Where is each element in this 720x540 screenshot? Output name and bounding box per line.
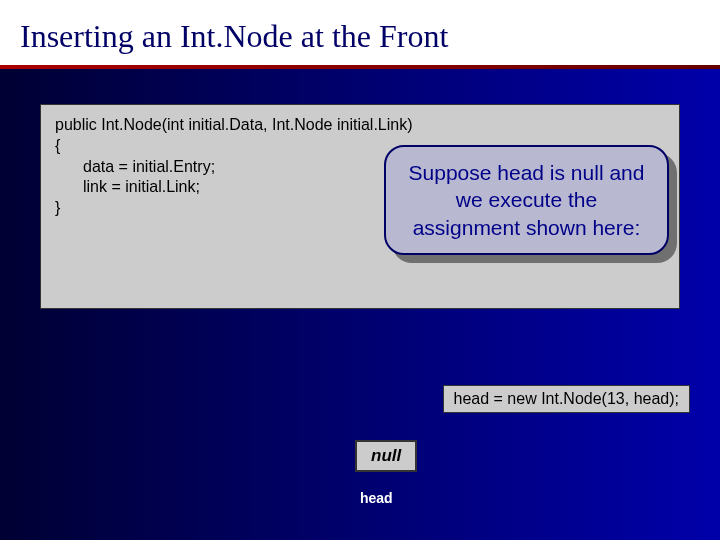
null-box: null [355, 440, 417, 472]
title-area: Inserting an Int.Node at the Front [0, 0, 720, 65]
code-line-1: public Int.Node(int initial.Data, Int.No… [55, 115, 665, 136]
callout-bubble: Suppose head is null and we execute the … [384, 145, 669, 255]
slide-title: Inserting an Int.Node at the Front [20, 18, 700, 55]
callout-wrap: Suppose head is null and we execute the … [384, 145, 669, 255]
head-label: head [360, 490, 393, 506]
code-box: public Int.Node(int initial.Data, Int.No… [40, 104, 680, 309]
content-area: public Int.Node(int initial.Data, Int.No… [0, 69, 720, 309]
assignment-statement: head = new Int.Node(13, head); [443, 385, 691, 413]
